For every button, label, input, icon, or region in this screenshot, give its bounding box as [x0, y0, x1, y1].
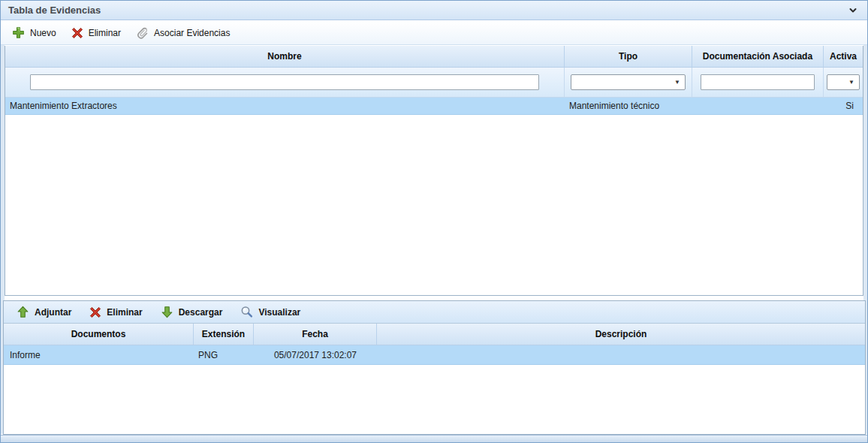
- documents-toolbar: Adjuntar Eliminar Descargar Visualizar: [4, 301, 865, 324]
- column-header-descripcion[interactable]: Descripción: [377, 324, 865, 345]
- asociar-evidencias-button[interactable]: Asociar Evidencias: [131, 24, 235, 41]
- nombre-filter-input[interactable]: [30, 74, 539, 90]
- chevron-down-icon: [848, 6, 857, 15]
- row-cell-documentacion: [692, 98, 824, 114]
- evidence-filter-row: [5, 68, 863, 98]
- descargar-button[interactable]: Descargar: [155, 303, 228, 321]
- eliminar-documento-button[interactable]: Eliminar: [84, 304, 147, 321]
- arrow-up-icon: [17, 306, 29, 318]
- row-cell-documentos: Informe: [4, 345, 194, 364]
- documents-grid-header: Documentos Extensión Fecha Descripción: [4, 324, 865, 345]
- row-cell-fecha: 05/07/2017 13:02:07: [254, 345, 377, 364]
- nuevo-button-label: Nuevo: [30, 28, 56, 38]
- adjuntar-button-label: Adjuntar: [35, 307, 71, 318]
- window-footer-strip: [1, 435, 867, 442]
- column-header-fecha[interactable]: Fecha: [254, 324, 377, 345]
- descargar-button-label: Descargar: [179, 307, 223, 318]
- tipo-filter-select[interactable]: [571, 74, 686, 90]
- filter-cell-tipo: [565, 68, 692, 97]
- column-header-activa[interactable]: Activa: [824, 46, 863, 67]
- evidence-window: Tabla de Evidencias Nuevo Eliminar Asoci…: [0, 0, 868, 443]
- delete-x-icon: [71, 27, 83, 39]
- row-cell-activa: Si: [824, 98, 863, 114]
- table-row[interactable]: Mantenimiento Extractores Mantenimiento …: [5, 98, 863, 115]
- evidence-toolbar: Nuevo Eliminar Asociar Evidencias: [1, 21, 867, 45]
- column-header-documentacion-asociada[interactable]: Documentación Asociada: [692, 46, 824, 67]
- collapse-button[interactable]: [846, 4, 860, 17]
- documents-panel: Adjuntar Eliminar Descargar Visualizar D…: [3, 300, 866, 435]
- arrow-down-icon: [161, 306, 173, 318]
- eliminar-button-label: Eliminar: [89, 28, 121, 38]
- column-header-extension[interactable]: Extensión: [194, 324, 254, 345]
- column-header-tipo[interactable]: Tipo: [565, 46, 692, 67]
- adjuntar-button[interactable]: Adjuntar: [11, 303, 77, 321]
- column-header-documentos[interactable]: Documentos: [4, 324, 194, 345]
- filter-cell-nombre: [5, 68, 565, 97]
- column-header-nombre[interactable]: Nombre: [5, 46, 565, 67]
- page-title: Tabla de Evidencias: [8, 5, 101, 16]
- filter-cell-activa: [824, 68, 863, 97]
- asociar-evidencias-button-label: Asociar Evidencias: [154, 28, 230, 38]
- visualizar-button-label: Visualizar: [258, 307, 300, 318]
- row-cell-tipo: Mantenimiento técnico: [565, 98, 692, 114]
- eliminar-button[interactable]: Eliminar: [66, 25, 126, 41]
- eliminar-documento-button-label: Eliminar: [107, 307, 142, 318]
- documentacion-filter-input[interactable]: [701, 74, 815, 90]
- activa-filter-select[interactable]: [827, 74, 860, 90]
- evidence-grid-header: Nombre Tipo Documentación Asociada Activ…: [5, 46, 863, 68]
- visualizar-button[interactable]: Visualizar: [235, 303, 306, 321]
- filter-cell-documentacion: [692, 68, 824, 97]
- magnifier-icon: [240, 306, 253, 318]
- nuevo-button[interactable]: Nuevo: [7, 24, 62, 41]
- row-cell-extension: PNG: [194, 345, 254, 364]
- evidence-grid: Nombre Tipo Documentación Asociada Activ…: [5, 46, 863, 296]
- plus-icon: [12, 26, 25, 39]
- table-row[interactable]: Informe PNG 05/07/2017 13:02:07: [4, 345, 865, 365]
- row-cell-nombre: Mantenimiento Extractores: [5, 98, 565, 114]
- paperclip-icon: [136, 26, 149, 39]
- delete-x-icon: [89, 306, 101, 318]
- row-cell-descripcion: [377, 345, 865, 364]
- panel-titlebar: Tabla de Evidencias: [1, 1, 867, 20]
